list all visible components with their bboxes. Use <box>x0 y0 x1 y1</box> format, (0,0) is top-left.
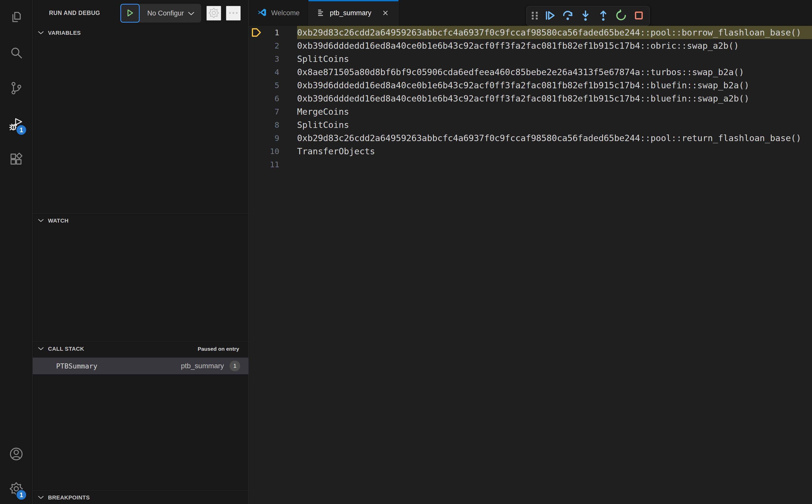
debug-toolbar <box>526 6 650 26</box>
activity-bar: 1 <box>0 0 32 504</box>
stop-icon <box>633 10 645 22</box>
debug-current-line-pointer-icon <box>249 26 264 39</box>
activity-item-account[interactable] <box>0 441 32 468</box>
restart-icon <box>615 10 627 22</box>
chevron-down-icon <box>38 495 44 500</box>
line-number[interactable]: 3 <box>264 52 279 65</box>
toolbar-drag-handle[interactable] <box>529 8 540 24</box>
code-line: 10 TransferObjects <box>249 145 812 158</box>
code-line: 2 0xb39d6dddedd16ed8a40ce0b1e6b43c92acf0… <box>249 39 812 52</box>
sidebar-title: RUN AND DEBUG <box>49 10 100 16</box>
search-icon <box>9 46 24 62</box>
activity-item-settings[interactable]: 1 <box>0 476 32 502</box>
debug-launch-control: No Configur <box>120 4 201 23</box>
code-line: 6 0xb39d6dddedd16ed8a40ce0b1e6b43c92acf0… <box>249 92 812 105</box>
line-number[interactable]: 7 <box>264 105 279 118</box>
line-number[interactable]: 2 <box>264 39 279 52</box>
line-number[interactable]: 6 <box>264 92 279 105</box>
chevron-down-icon <box>188 9 194 17</box>
tab-label: Welcome <box>271 9 299 17</box>
step-over-button[interactable] <box>560 8 576 24</box>
debug-config-label: No Configur <box>147 9 184 17</box>
start-debugging-button[interactable] <box>120 4 140 23</box>
chevron-down-icon <box>38 219 44 223</box>
debug-gear-button[interactable] <box>206 6 221 21</box>
section-breakpoints[interactable]: BREAKPOINTS <box>33 491 248 504</box>
extensions-icon <box>9 152 24 167</box>
code-line: 5 0xb39d6dddedd16ed8a40ce0b1e6b43c92acf0… <box>249 79 812 92</box>
restart-button[interactable] <box>613 8 629 24</box>
editor-area: Welcome ptb_summary <box>249 0 812 504</box>
code-line: 7 MergeCoins <box>249 105 812 118</box>
section-label: WATCH <box>48 217 69 224</box>
close-icon[interactable] <box>381 9 390 17</box>
section-label: BREAKPOINTS <box>48 494 90 501</box>
section-call-stack[interactable]: CALL STACK Paused on entry <box>33 342 248 356</box>
stack-frame-name: PTBSummary <box>56 362 97 370</box>
stop-button[interactable] <box>631 8 647 24</box>
list-icon <box>317 8 325 18</box>
code-editor[interactable]: 1 0xb29d83c26cdd2a64959263abbcfc4a6937f0… <box>249 26 812 504</box>
vscode-logo-icon <box>257 8 266 18</box>
chevron-down-icon <box>38 347 44 351</box>
stack-frame-badge: 1 <box>229 361 240 371</box>
code-line: 8 SplitCoins <box>249 118 812 131</box>
line-number[interactable]: 10 <box>264 145 279 158</box>
files-icon <box>9 10 24 25</box>
sidebar-header: RUN AND DEBUG No Configur <box>33 0 248 26</box>
code-line: 4 0x8ae871505a80d8bf6bf9c05906cda6edfeea… <box>249 65 812 79</box>
code-line: 9 0xb29d83c26cdd2a64959263abbcfc4a6937f0… <box>249 131 812 145</box>
debug-badge: 1 <box>16 124 27 136</box>
play-icon <box>126 9 134 18</box>
ellipsis-icon <box>227 7 239 20</box>
activity-item-search[interactable] <box>0 41 32 67</box>
step-into-icon <box>580 10 591 22</box>
step-over-icon <box>562 10 574 22</box>
continue-icon <box>544 10 556 22</box>
section-watch[interactable]: WATCH <box>33 214 248 228</box>
account-icon <box>9 447 24 462</box>
stack-frame-source: ptb_summary <box>181 362 224 370</box>
tab-label: ptb_summary <box>330 9 371 17</box>
activity-item-run-and-debug[interactable]: 1 <box>0 112 32 138</box>
tab-welcome[interactable]: Welcome <box>249 0 308 26</box>
line-number[interactable]: 8 <box>264 118 279 131</box>
debug-config-dropdown[interactable]: No Configur <box>140 4 201 23</box>
section-label: CALL STACK <box>48 346 84 352</box>
activity-item-explorer[interactable] <box>0 4 32 31</box>
settings-badge: 1 <box>16 489 27 500</box>
activity-item-source-control[interactable] <box>0 75 32 102</box>
line-number[interactable]: 4 <box>264 65 279 79</box>
line-number[interactable]: 5 <box>264 79 279 92</box>
vscode-window: 1 <box>0 0 812 504</box>
debug-sidebar: RUN AND DEBUG No Configur <box>33 0 248 504</box>
section-label: VARIABLES <box>48 30 81 36</box>
chevron-down-icon <box>38 31 44 36</box>
call-stack-frame-row[interactable]: PTBSummary ptb_summary 1 <box>33 358 248 374</box>
tab-ptb-summary[interactable]: ptb_summary <box>308 0 398 26</box>
code-line: 1 0xb29d83c26cdd2a64959263abbcfc4a6937f0… <box>249 26 812 39</box>
views-more-actions-button[interactable] <box>226 6 241 21</box>
section-variables[interactable]: VARIABLES <box>33 26 248 40</box>
pause-status: Paused on entry <box>198 346 239 352</box>
line-number[interactable]: 9 <box>264 131 279 145</box>
gripper-icon <box>529 10 541 22</box>
code-line: 3 SplitCoins <box>249 52 812 65</box>
continue-button[interactable] <box>542 8 558 24</box>
activity-item-extensions[interactable] <box>0 146 32 173</box>
code-line: 11 <box>249 158 812 171</box>
gear-icon <box>208 7 220 20</box>
source-control-icon <box>9 81 24 96</box>
step-out-icon <box>598 10 609 22</box>
step-into-button[interactable] <box>577 8 594 24</box>
line-number[interactable]: 11 <box>264 158 279 171</box>
line-number[interactable]: 1 <box>264 26 279 39</box>
step-out-button[interactable] <box>595 8 611 24</box>
